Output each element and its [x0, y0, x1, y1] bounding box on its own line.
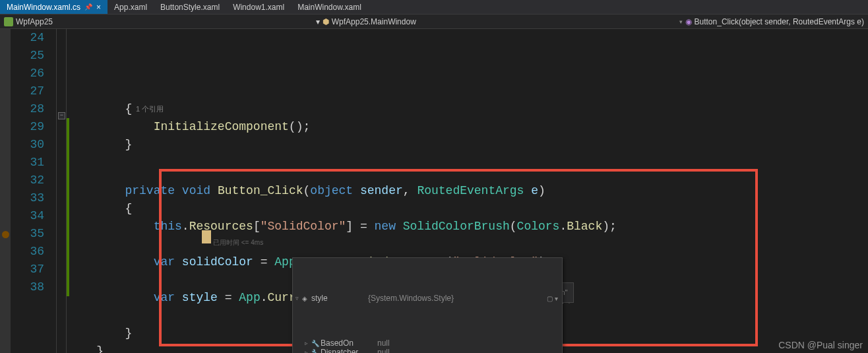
watermark: CSDN @Pual singer	[778, 340, 863, 350]
line-number: 30	[0, 136, 44, 154]
member-dropdown[interactable]: ▾ ◉ Button_Click(object sender, RoutedEv…	[675, 17, 868, 26]
tab-mainwindow-xaml[interactable]: MainWindow.xaml	[291, 0, 368, 14]
variable-icon: ◈	[302, 290, 311, 307]
type-dropdown[interactable]: ▾ ⬢ WpfApp25.MainWindow	[57, 17, 675, 26]
code-line[interactable]: InitializeComponent();	[68, 118, 617, 136]
line-number: 37	[0, 261, 44, 278]
project-name: WpfApp25	[16, 17, 53, 26]
member-name: Button_Click(object sender, RoutedEventA…	[695, 17, 864, 26]
line-number: 26	[0, 65, 44, 82]
line-number: 25	[0, 47, 44, 65]
codelens-refs[interactable]: 1 个引用	[136, 100, 164, 118]
line-number: 35	[0, 225, 44, 243]
tab-mainwindow-cs[interactable]: MainWindow.xaml.cs 📌 ×	[0, 0, 108, 14]
debug-datatip[interactable]: ▿ ◈ style {System.Windows.Style} ▢ ▾ ▹🔧B…	[292, 257, 563, 353]
datatip-root-row[interactable]: ▿ ◈ style {System.Windows.Style} ▢ ▾	[293, 294, 562, 303]
line-number: 29	[0, 118, 44, 136]
outline-column[interactable]: −	[56, 29, 67, 353]
code-area[interactable]: 1 个引用 { InitializeComponent(); } private…	[67, 29, 617, 353]
code-line[interactable]	[68, 236, 617, 253]
code-line[interactable]	[68, 154, 617, 172]
change-indicator	[67, 118, 69, 296]
method-icon: ◉	[685, 17, 692, 26]
line-number: 36	[0, 243, 44, 261]
line-number: 32	[0, 172, 44, 189]
line-number: 24	[0, 29, 44, 47]
expand-toggle[interactable]: ▿	[295, 290, 302, 307]
tab-label: MainWindow.xaml.cs	[7, 3, 80, 12]
code-editor[interactable]: 242526272829303132333435363738 − 1 个引用 {…	[0, 29, 868, 353]
tab-buttonstyle-xaml[interactable]: ButtonStyle.xaml	[154, 0, 226, 14]
tab-label: App.xaml	[114, 3, 147, 12]
class-icon: ⬢	[323, 17, 329, 26]
line-number: 27	[0, 82, 44, 100]
line-number: 38	[0, 278, 44, 296]
close-icon[interactable]: ×	[96, 3, 101, 12]
code-line[interactable]: this.Resources["SolidColor"] = new Solid…	[68, 218, 617, 236]
collapse-toggle[interactable]: −	[58, 112, 65, 119]
tab-label: Window1.xaml	[233, 3, 284, 12]
perf-tip: 已用时间 <= 4ms	[213, 234, 263, 251]
line-number: 34	[0, 207, 44, 225]
line-number: 33	[0, 189, 44, 207]
type-name: WpfApp25.MainWindow	[332, 17, 416, 26]
tab-label: MainWindow.xaml	[297, 3, 361, 12]
pin-icon[interactable]: 📌	[84, 3, 92, 11]
datatip-root-name: style	[311, 290, 368, 307]
nav-bar: WpfApp25 ▾ ⬢ WpfApp25.MainWindow ▾ ◉ But…	[0, 15, 868, 29]
csharp-icon	[4, 17, 13, 26]
line-gutter: 242526272829303132333435363738	[0, 29, 56, 353]
project-dropdown[interactable]: WpfApp25	[0, 17, 57, 26]
code-line[interactable]: private void Button_Click(object sender,…	[68, 182, 617, 200]
tab-app-xaml[interactable]: App.xaml	[108, 0, 154, 14]
line-number: 28	[0, 100, 44, 118]
tab-label: ButtonStyle.xaml	[160, 3, 220, 12]
current-statement-marker	[202, 230, 211, 243]
tab-window1-xaml[interactable]: Window1.xaml	[226, 0, 291, 14]
editor-tabs: MainWindow.xaml.cs 📌 × App.xaml ButtonSt…	[0, 0, 868, 15]
code-line[interactable]: }	[68, 136, 617, 154]
line-number: 31	[0, 154, 44, 172]
code-line[interactable]: {	[68, 200, 617, 218]
pin-icon[interactable]: ▢ ▾	[547, 290, 558, 307]
datatip-root-value: {System.Windows.Style}	[368, 290, 547, 307]
